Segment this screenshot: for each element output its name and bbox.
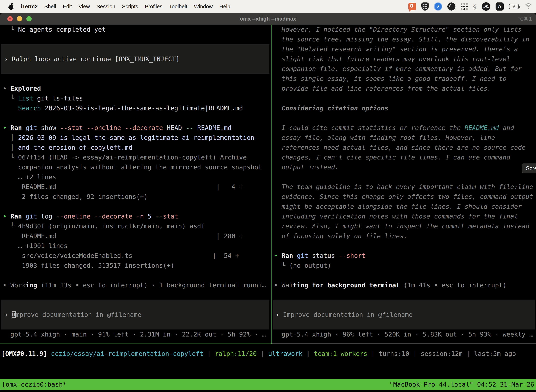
active-pane-border xyxy=(0,344,271,344)
terminal-line xyxy=(272,113,536,123)
bolt-badge-icon[interactable]: ⚡ xyxy=(434,2,442,10)
menu-item-view[interactable]: View xyxy=(79,4,90,9)
terminal-line: companion file, especially if more comme… xyxy=(272,64,536,74)
terminal-line xyxy=(272,93,536,103)
screen-record-icon[interactable] xyxy=(408,3,416,10)
terminal-line: • Ran git show --stat --oneline --decora… xyxy=(0,123,271,133)
inactive-pane-border xyxy=(271,344,536,344)
tmux-session-label: [omx-cczip0:bash* xyxy=(2,381,67,388)
terminal-line xyxy=(0,113,271,123)
input-source-icon[interactable]: A xyxy=(496,2,504,10)
dark-crescent-icon[interactable] xyxy=(447,2,455,10)
menu-item-help[interactable]: Help xyxy=(220,4,230,9)
terminal-line: └ 067f154 (HEAD -> essay/ai-reimplementa… xyxy=(0,152,271,162)
terminal-line: of focusing solely on file lines. xyxy=(272,231,536,241)
prompt-input[interactable]: › Improve documentation in @filename xyxy=(1,300,269,330)
tmux-host-clock: "MacBook-Pro-44.local" 04:52 31-Mar-26 xyxy=(389,381,534,388)
terminal-line: the "Related research writing" section i… xyxy=(272,44,536,54)
terminal-line: this single essay, it seems like a good … xyxy=(272,74,536,84)
terminal-line: › Ralph loop active continue [OMX_TMUX_I… xyxy=(1,54,269,64)
battery-icon[interactable]: ⚡ xyxy=(509,4,519,9)
terminal-line: provide file and line references from th… xyxy=(272,84,536,93)
menu-item-window[interactable]: Window xyxy=(194,4,213,9)
terminal-line: changes, I can't cite specific file line… xyxy=(272,152,536,162)
terminal-line xyxy=(1,64,269,74)
terminal-line: However, I noticed the "Directory Struct… xyxy=(272,25,536,34)
menu-items: iTerm2ShellEditViewSessionScriptsProfile… xyxy=(21,4,230,9)
screen-share-chip[interactable]: Scre xyxy=(522,163,536,173)
terminal-line: Search 2026-03-09-is-legal-the-same-as-l… xyxy=(0,103,271,113)
menu-bar: iTerm2ShellEditViewSessionScriptsProfile… xyxy=(0,0,536,13)
terminal-line: output instead. xyxy=(272,162,536,172)
terminal-line: README.md | 4 + xyxy=(0,182,271,192)
omx-status-bar: [OMX#0.11.9] cczip/essay/ai-reimplementa… xyxy=(1,349,536,359)
terminal-line: › Improve documentation in @filename xyxy=(273,310,535,320)
terminal-line: └ No agents completed yet xyxy=(0,25,271,34)
menu-status-icons: ⚡ § ..61 A ⚡ xyxy=(408,0,533,13)
window-shortcut-badge: ⌥⌘1 xyxy=(517,13,532,25)
terminal-line xyxy=(0,290,271,300)
terminal-line: src/voice/voiceModeEnabled.ts | 54 + xyxy=(0,251,271,261)
pane-divider[interactable] xyxy=(271,25,272,344)
terminal-line: │ and-the-erosion-of-copyleft.md xyxy=(0,143,271,152)
terminal-line: 1903 files changed, 513517 insertions(+) xyxy=(0,261,271,271)
terminal-line xyxy=(0,74,271,84)
terminal-line: gpt-5.4 xhigh · main · 91% left · 2.31M … xyxy=(0,330,271,339)
terminal-line: Considering citation options xyxy=(272,103,536,113)
terminal-line: slight risk that future readers may over… xyxy=(272,54,536,64)
terminal-line: • Ran git log --oneline --decorate -n 5 … xyxy=(0,211,271,221)
dots-grid-icon[interactable] xyxy=(461,3,468,10)
terminal-line: • Working (11m 13s • esc to interrupt) ·… xyxy=(0,280,271,290)
terminal-line xyxy=(1,300,269,310)
menu-item-toolbelt[interactable]: Toolbelt xyxy=(169,4,187,9)
terminal-line: essay file, along with finding root file… xyxy=(272,133,536,143)
prompt-input[interactable]: › Improve documentation in @filename xyxy=(273,300,535,330)
screen-share-chip-label: Scre xyxy=(526,165,536,171)
terminal-line: gpt-5.4 xhigh · 96% left · 520K in · 5.8… xyxy=(272,330,536,339)
terminal-line: companion analysis without altering the … xyxy=(0,162,271,172)
terminal-line: 2 files changed, 92 insertions(+) xyxy=(0,192,271,202)
terminal-line: … +2 lines xyxy=(0,172,271,182)
menu-item-scripts[interactable]: Scripts xyxy=(122,4,138,9)
terminal-line: • Ran git status --short xyxy=(272,251,536,261)
terminal-line: review. Also, I might want to inspect th… xyxy=(272,221,536,231)
tmux-pane-right[interactable]: However, I noticed the "Directory Struct… xyxy=(272,25,536,341)
terminal-window: omx --xhigh --madmax ⌥⌘1 └ No agents com… xyxy=(0,13,536,392)
apple-icon[interactable] xyxy=(8,3,14,10)
menu-item-profiles[interactable]: Profiles xyxy=(145,4,162,9)
bolt-glyph: ⚡ xyxy=(436,4,440,9)
terminal-line xyxy=(272,172,536,182)
terminal-line: … +1901 lines xyxy=(0,241,271,251)
squiggle-icon[interactable]: § xyxy=(473,3,477,10)
terminal-line: └ 4b9d30f (origin/main, instructkr/main,… xyxy=(0,221,271,231)
wifi-icon[interactable] xyxy=(524,3,533,10)
terminal-line xyxy=(1,320,269,330)
terminal-line xyxy=(1,44,269,54)
tmux-status-bar: [omx-cczip0:bash* "MacBook-Pro-44.local"… xyxy=(0,379,536,390)
tmux-pane-left[interactable]: └ No agents completed yet› Ralph loop ac… xyxy=(0,25,271,341)
screen: iTerm2ShellEditViewSessionScriptsProfile… xyxy=(0,0,536,392)
terminal-line: including verification notes with those … xyxy=(272,211,536,221)
window-title-bar[interactable]: omx --xhigh --madmax ⌥⌘1 xyxy=(0,13,536,25)
terminal-line: • Explored xyxy=(0,84,271,93)
menu-item-shell[interactable]: Shell xyxy=(44,4,56,9)
terminal-line: └ (no output) xyxy=(272,261,536,271)
terminal-line xyxy=(0,34,271,44)
omx-status-line: [OMX#0.11.9] cczip/essay/ai-reimplementa… xyxy=(1,349,536,359)
terminal-line: › Improve documentation in @filename xyxy=(1,310,269,320)
terminal-line: the source tree, missing the essay. Stil… xyxy=(272,34,536,44)
inject-banner: › Ralph loop active continue [OMX_TMUX_I… xyxy=(1,44,269,74)
terminal-line xyxy=(0,202,271,211)
terminal-line: └ List git ls-files xyxy=(0,93,271,103)
terminal-line: The team guideline is to back every impo… xyxy=(272,182,536,192)
shield-grid-icon[interactable] xyxy=(421,2,429,10)
terminal-line xyxy=(272,271,536,280)
menu-item-edit[interactable]: Edit xyxy=(63,4,72,9)
menu-item-iterm2[interactable]: iTerm2 xyxy=(21,4,38,9)
terminal-line xyxy=(272,241,536,251)
terminal-line: README.md | 280 + xyxy=(0,231,271,241)
percent-badge-icon[interactable]: ..61 xyxy=(482,2,490,11)
menu-item-session[interactable]: Session xyxy=(96,4,115,9)
terminal-line: references need actual files, and since … xyxy=(272,143,536,152)
terminal-line xyxy=(273,300,535,310)
